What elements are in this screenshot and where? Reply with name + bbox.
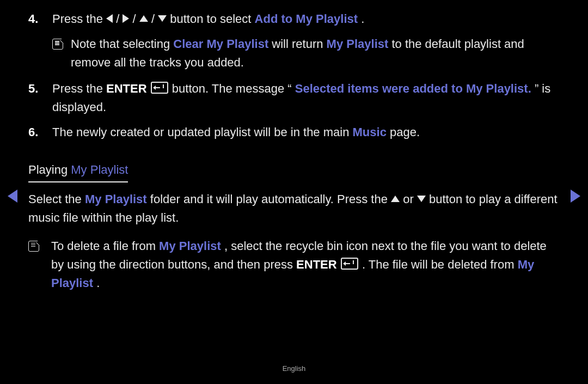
text: The newly created or updated playlist wi…: [52, 125, 353, 139]
page-footer: English: [0, 363, 588, 374]
dpad-up-icon: [391, 196, 400, 202]
highlight: My Playlist: [159, 239, 221, 253]
text: .: [361, 12, 364, 26]
prev-page-button[interactable]: [8, 185, 17, 207]
text: button. The message “: [172, 82, 292, 95]
enter-icon: [341, 258, 358, 270]
dpad-down-icon: [417, 196, 426, 202]
text: or: [403, 192, 417, 206]
section-body: Select the My Playlist folder and it wil…: [28, 190, 560, 227]
text: button to select: [170, 12, 254, 26]
next-page-button[interactable]: [571, 185, 580, 207]
step-6: 6. The newly created or updated playlist…: [28, 123, 560, 142]
text: page.: [390, 125, 420, 139]
step-5: 5. Press the ENTER button. The message “…: [28, 80, 560, 117]
note-body: Note that selecting Clear My Playlist wi…: [71, 35, 560, 72]
enter-label: ENTER: [106, 82, 147, 95]
step-body: Press the / / / button to select Add to …: [52, 10, 560, 28]
section-note: To delete a file from My Playlist , sele…: [28, 237, 560, 292]
highlight: Clear My Playlist: [173, 37, 268, 51]
highlight: My Playlist: [71, 163, 128, 176]
step-number: 4.: [28, 10, 47, 28]
step-list: 4. Press the / / / button to select Add …: [28, 10, 560, 142]
highlight: Add to My Playlist: [255, 12, 358, 26]
text: To delete a file from: [51, 239, 159, 253]
arrow-right-icon: [571, 190, 580, 203]
highlight: My Playlist: [327, 37, 389, 51]
step-4-note: Note that selecting Clear My Playlist wi…: [52, 35, 560, 72]
step-body: Press the ENTER button. The message “ Se…: [52, 80, 560, 117]
dpad-left-icon: [106, 14, 113, 23]
separator: /: [116, 12, 122, 26]
text: Note that selecting: [71, 37, 173, 51]
separator: /: [133, 12, 139, 26]
text: .: [96, 276, 100, 290]
enter-icon: [151, 82, 168, 94]
text: Press the: [52, 12, 106, 26]
manual-page: 4. Press the / / / button to select Add …: [0, 0, 588, 384]
note-body: To delete a file from My Playlist , sele…: [51, 237, 560, 292]
text: Playing: [28, 163, 71, 176]
highlight: Music: [353, 125, 387, 139]
note-icon: [28, 241, 39, 252]
step-number: 5.: [28, 80, 47, 117]
step-body: The newly created or updated playlist wi…: [52, 123, 560, 142]
text: folder and it will play automatically. P…: [150, 192, 391, 206]
arrow-left-icon: [8, 190, 17, 203]
step-4: 4. Press the / / / button to select Add …: [28, 10, 560, 28]
dpad-down-icon: [158, 15, 167, 22]
dpad-up-icon: [139, 15, 148, 22]
highlight: Selected items were added to My Playlist…: [295, 82, 531, 95]
text: will return: [272, 37, 326, 51]
text: Press the: [52, 82, 106, 95]
text: Select the: [28, 192, 85, 206]
highlight: My Playlist: [85, 192, 147, 206]
step-number: 6.: [28, 123, 47, 142]
note-icon: [52, 39, 63, 50]
dpad-right-icon: [122, 14, 129, 23]
section-title: Playing My Playlist: [28, 161, 128, 182]
enter-label: ENTER: [296, 258, 337, 271]
text: . The file will be deleted from: [362, 258, 518, 271]
separator: /: [151, 12, 158, 26]
